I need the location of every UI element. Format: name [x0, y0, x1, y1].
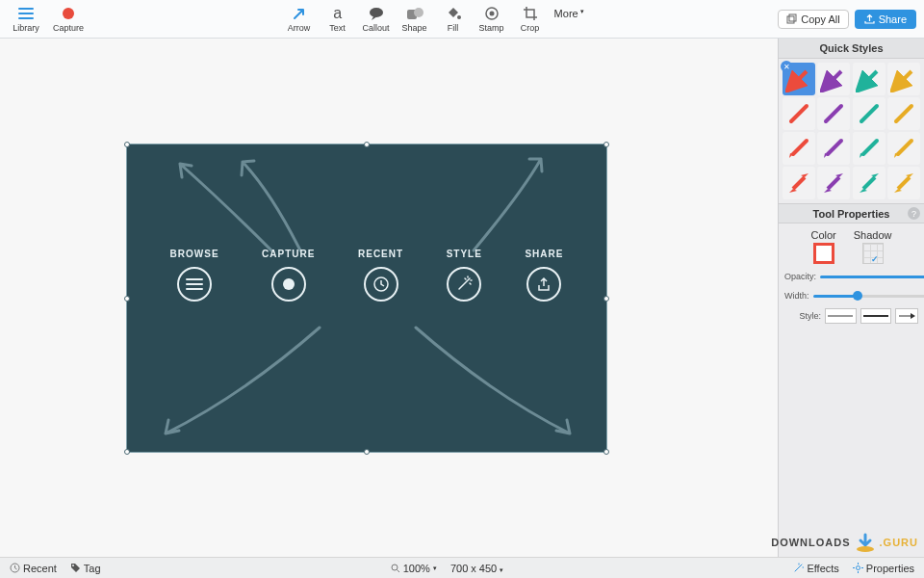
- search-icon: [391, 564, 400, 573]
- canvas-selection[interactable]: BROWSE CAPTURE RECENT STYLE SHARE: [126, 144, 607, 453]
- side-panel: Quick Styles Tool Properties ? Color Sha…: [778, 39, 924, 557]
- quick-styles-grid: [779, 59, 924, 203]
- chevron-down-icon: ▾: [500, 566, 503, 573]
- svg-point-34: [856, 566, 860, 570]
- quick-style-line-0[interactable]: [783, 97, 815, 130]
- quick-style-pen-3[interactable]: [887, 132, 920, 165]
- capture-circle-icon: [271, 267, 306, 302]
- quick-style-pen-0[interactable]: [783, 132, 815, 165]
- copy-all-button[interactable]: Copy All: [778, 10, 848, 29]
- canvas-item-recent: RECENT: [358, 249, 403, 302]
- record-icon: [62, 5, 75, 22]
- shape-tool[interactable]: Shape: [397, 2, 433, 37]
- color-property[interactable]: Color: [810, 229, 835, 264]
- canvas-item-style: STYLE: [447, 249, 482, 302]
- svg-point-6: [489, 12, 494, 16]
- browse-icon: [177, 267, 212, 302]
- upload-icon: [864, 13, 875, 24]
- svg-point-1: [370, 8, 383, 17]
- arrow-icon: [292, 5, 307, 22]
- clock-small-icon: [10, 563, 20, 573]
- quick-style-line-3[interactable]: [887, 97, 920, 130]
- quick-style-arrow-2[interactable]: [853, 63, 886, 95]
- effects-icon: [793, 563, 804, 573]
- capture-label: Capture: [53, 23, 84, 33]
- quick-style-arrow-1[interactable]: [817, 63, 850, 95]
- more-tools[interactable]: More▾: [554, 2, 584, 37]
- toolbar: Library Capture Arrow a Text Callout Sha…: [0, 0, 924, 39]
- quick-style-arrow-3[interactable]: [887, 63, 920, 95]
- svg-line-12: [827, 71, 841, 86]
- library-button[interactable]: Library: [8, 2, 44, 37]
- shadow-property[interactable]: Shadow: [854, 229, 892, 264]
- opacity-slider[interactable]: [820, 276, 924, 278]
- svg-line-24: [828, 177, 839, 189]
- quick-style-arrow-0[interactable]: [783, 63, 815, 95]
- opacity-row: Opacity: 100%: [784, 270, 918, 283]
- color-swatch[interactable]: [813, 243, 834, 264]
- text-tool[interactable]: a Text: [320, 2, 356, 37]
- crop-tool[interactable]: Crop: [512, 2, 549, 37]
- quick-style-double-2[interactable]: [853, 167, 886, 199]
- svg-line-18: [896, 106, 911, 121]
- quick-style-pen-1[interactable]: [817, 132, 850, 165]
- svg-line-19: [793, 141, 807, 154]
- svg-point-3: [414, 8, 424, 17]
- wand-icon: [447, 267, 481, 302]
- dimensions-readout[interactable]: 700 x 450 ▾: [450, 563, 503, 574]
- style-row: Style:: [784, 308, 918, 324]
- svg-point-4: [457, 15, 461, 19]
- canvas-item-capture: CAPTURE: [262, 249, 315, 302]
- width-slider[interactable]: [813, 295, 924, 298]
- canvas[interactable]: BROWSE CAPTURE RECENT STYLE SHARE: [0, 39, 778, 557]
- svg-line-15: [791, 106, 807, 121]
- clock-icon: [364, 267, 398, 302]
- svg-line-26: [898, 177, 910, 189]
- svg-line-21: [863, 141, 877, 154]
- quick-styles-header: Quick Styles: [779, 39, 924, 59]
- svg-line-22: [898, 141, 911, 154]
- capture-button[interactable]: Capture: [50, 2, 87, 37]
- canvas-item-share: SHARE: [525, 249, 563, 302]
- svg-point-31: [72, 565, 74, 566]
- svg-rect-7: [787, 16, 794, 23]
- svg-point-32: [392, 565, 398, 570]
- main-area: BROWSE CAPTURE RECENT STYLE SHARE Quick …: [0, 39, 924, 557]
- share-button[interactable]: Share: [855, 10, 916, 29]
- toolbar-right: Copy All Share: [778, 10, 916, 29]
- svg-rect-8: [789, 14, 796, 21]
- quick-style-double-3[interactable]: [887, 167, 920, 199]
- line-end-end[interactable]: [895, 308, 918, 324]
- line-style[interactable]: [860, 308, 892, 324]
- effects-link[interactable]: Effects: [793, 563, 838, 574]
- quick-style-pen-2[interactable]: [853, 132, 886, 165]
- svg-line-13: [862, 71, 877, 86]
- callout-tool[interactable]: Callout: [358, 2, 395, 37]
- svg-point-0: [63, 8, 74, 19]
- quick-style-line-2[interactable]: [853, 97, 886, 130]
- quick-style-line-1[interactable]: [817, 97, 850, 130]
- quick-style-double-1[interactable]: [817, 167, 850, 199]
- callout-icon: [369, 5, 384, 22]
- chevron-down-icon: ▾: [433, 565, 437, 572]
- recent-link[interactable]: Recent: [10, 563, 57, 574]
- library-label: Library: [13, 23, 39, 33]
- svg-point-9: [283, 278, 295, 290]
- toolbar-tools: Arrow a Text Callout Shape Fill Stamp Cr…: [281, 2, 584, 37]
- svg-line-14: [897, 71, 911, 86]
- stamp-tool[interactable]: Stamp: [474, 2, 510, 37]
- line-end-start[interactable]: [825, 308, 857, 324]
- copy-icon: [786, 13, 797, 24]
- tag-link[interactable]: Tag: [70, 563, 101, 574]
- svg-line-23: [793, 177, 805, 189]
- quick-style-double-0[interactable]: [783, 167, 815, 199]
- svg-line-33: [397, 569, 399, 572]
- fill-tool[interactable]: Fill: [435, 2, 472, 37]
- properties-link[interactable]: Properties: [853, 563, 914, 574]
- shadow-picker[interactable]: [862, 243, 884, 264]
- zoom-control[interactable]: 100%▾: [391, 563, 437, 574]
- arrow-tool[interactable]: Arrow: [281, 2, 318, 37]
- tool-properties-header: Tool Properties ?: [779, 203, 924, 223]
- stamp-icon: [484, 5, 500, 22]
- help-icon[interactable]: ?: [908, 207, 920, 220]
